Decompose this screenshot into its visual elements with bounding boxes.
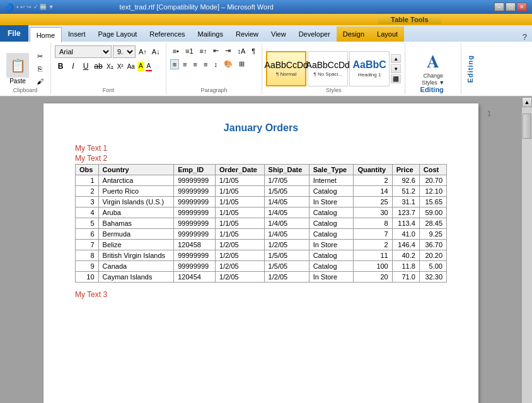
cut-button[interactable]: ✂ xyxy=(33,50,47,62)
justify-button[interactable]: ≡ xyxy=(201,59,210,69)
styles-scroll-up-button[interactable]: ▲ xyxy=(391,54,401,63)
clipboard-label: Clipboard xyxy=(0,87,50,93)
font-label: Font xyxy=(51,87,166,93)
table-cell-5-3: 1/1/05 xyxy=(216,229,265,240)
grow-font-button[interactable]: A↑ xyxy=(137,47,149,57)
tab-insert[interactable]: Insert xyxy=(62,26,92,42)
table-cell-4-4: 1/4/05 xyxy=(264,218,309,229)
tab-mailings[interactable]: Mailings xyxy=(192,26,229,42)
tab-home[interactable]: Home xyxy=(30,27,62,42)
clipboard-group-content: 📋 Paste ✂ ⎘ 🖌 xyxy=(3,44,48,93)
table-cell-8-6: 100 xyxy=(354,261,392,272)
para-row2: ≡ ≡ ≡ ≡ ↕ 🎨 ⊞ xyxy=(170,59,247,69)
borders-button[interactable]: ⊞ xyxy=(236,59,247,69)
copy-button[interactable]: ⎘ xyxy=(33,63,47,74)
sort-button[interactable]: ↕A xyxy=(234,46,248,56)
align-center-button[interactable]: ≡ xyxy=(180,59,189,69)
table-cell-4-5: Catalog xyxy=(309,218,354,229)
table-cell-7-8: 20.20 xyxy=(419,250,446,261)
vertical-scrollbar[interactable]: ▲ ▼ xyxy=(522,97,532,403)
styles-gallery: AaBbCcDd ¶ Normal AaBbCcDd ¶ No Spaci...… xyxy=(266,51,390,86)
styles-label: Styles xyxy=(262,87,405,93)
subscript-button[interactable]: X₂ xyxy=(105,62,115,71)
scroll-track[interactable] xyxy=(522,107,532,403)
col-country: Country xyxy=(98,165,174,175)
table-cell-3-1: Aruba xyxy=(98,207,174,218)
table-cell-0-0: 1 xyxy=(76,175,99,186)
tab-references[interactable]: References xyxy=(143,26,191,42)
table-cell-2-0: 3 xyxy=(76,197,99,207)
table-cell-7-3: 1/2/05 xyxy=(216,250,265,261)
table-cell-0-4: 1/7/05 xyxy=(264,175,309,186)
italic-button[interactable]: I xyxy=(67,61,79,72)
multilevel-button[interactable]: ≡↑ xyxy=(197,46,210,56)
table-cell-6-7: 146.4 xyxy=(392,240,419,250)
scroll-thumb[interactable] xyxy=(523,114,531,139)
paste-button[interactable]: 📋 Paste xyxy=(4,51,32,86)
table-row: 1Antarctica999999991/1/051/7/05Internet2… xyxy=(76,175,447,186)
align-left-button[interactable]: ≡ xyxy=(170,59,179,69)
title-bar-controls[interactable]: – □ ✕ xyxy=(494,3,527,11)
table-cell-5-2: 99999999 xyxy=(174,229,216,240)
table-cell-0-1: Antarctica xyxy=(98,175,174,186)
tab-review[interactable]: Review xyxy=(229,26,265,42)
tab-developer[interactable]: Developer xyxy=(292,26,337,42)
font-color-button[interactable]: A xyxy=(146,62,153,71)
styles-more-button[interactable]: ⬛ xyxy=(391,74,401,83)
tab-file[interactable]: File xyxy=(0,25,28,42)
scroll-up-button[interactable]: ▲ xyxy=(522,97,532,107)
line-spacing-button[interactable]: ↕ xyxy=(211,59,220,69)
font-size-select[interactable]: 9.5 xyxy=(113,45,136,58)
table-cell-2-5: In Store xyxy=(309,197,354,207)
numbering-button[interactable]: ≡1 xyxy=(183,46,196,56)
table-cell-6-4: 1/2/05 xyxy=(264,240,309,250)
tab-design[interactable]: Design xyxy=(337,26,371,42)
font-name-select[interactable]: Arial xyxy=(55,45,112,58)
table-row: 6Bermuda999999991/1/051/4/05Catalog741.0… xyxy=(76,229,447,240)
table-cell-1-7: 51.2 xyxy=(392,186,419,197)
table-row: 7Belize1204581/2/051/2/05In Store2146.43… xyxy=(76,240,447,250)
table-cell-0-7: 92.6 xyxy=(392,175,419,186)
tab-view[interactable]: View xyxy=(265,26,292,42)
format-painter-button[interactable]: 🖌 xyxy=(33,76,47,87)
shading-button[interactable]: 🎨 xyxy=(221,59,235,69)
table-cell-4-6: 8 xyxy=(354,218,392,229)
col-obs: Obs xyxy=(76,165,99,175)
underline-button[interactable]: U xyxy=(80,61,91,72)
table-cell-5-6: 7 xyxy=(354,229,392,240)
style-normal[interactable]: AaBbCcDd ¶ Normal xyxy=(266,51,306,86)
minimize-button[interactable]: – xyxy=(494,3,504,11)
change-styles-label: ChangeStyles ▼ xyxy=(422,73,444,86)
table-row: 5Bahamas999999991/1/051/4/05Catalog8113.… xyxy=(76,218,447,229)
style-no-spacing[interactable]: AaBbCcDd ¶ No Spaci... xyxy=(308,51,348,86)
doc-container: 1 January Orders My Text 1 My Text 2 Obs… xyxy=(0,97,532,403)
show-formatting-button[interactable]: ¶ xyxy=(249,46,258,56)
increase-indent-button[interactable]: ⇥ xyxy=(223,45,233,56)
tab-page-layout[interactable]: Page Layout xyxy=(92,26,144,42)
align-right-button[interactable]: ≡ xyxy=(191,59,200,69)
clear-format-button[interactable]: Aa xyxy=(126,62,136,71)
table-cell-7-6: 11 xyxy=(354,250,392,261)
help-button[interactable]: ? xyxy=(518,32,532,42)
ribbon-group-font: Arial 9.5 A↑ A↓ B I U ab X₂ X² Aa A A Fo… xyxy=(51,43,166,95)
paste-label: Paste xyxy=(9,78,26,85)
styles-scroll-down-button[interactable]: ▼ xyxy=(391,64,401,73)
editing-label: Editing xyxy=(405,86,458,93)
strikethrough-button[interactable]: ab xyxy=(93,61,104,72)
highlight-button[interactable]: A xyxy=(137,62,144,71)
close-button[interactable]: ✕ xyxy=(517,3,527,11)
superscript-button[interactable]: X² xyxy=(116,62,125,71)
change-styles-button[interactable]: 𝐀 ChangeStyles ▼ xyxy=(419,49,447,89)
doc-area[interactable]: 1 January Orders My Text 1 My Text 2 Obs… xyxy=(0,97,522,403)
word-icon: 🔵 xyxy=(5,3,14,11)
table-tools-bar: Table Tools xyxy=(0,14,532,25)
bullets-button[interactable]: ≡• xyxy=(170,46,182,56)
style-heading1[interactable]: AaBbC Heading 1 xyxy=(349,51,390,86)
shrink-font-button[interactable]: A↓ xyxy=(150,47,162,57)
tab-layout[interactable]: Layout xyxy=(371,26,404,42)
table-cell-6-0: 7 xyxy=(76,240,99,250)
table-cell-6-8: 36.70 xyxy=(419,240,446,250)
maximize-button[interactable]: □ xyxy=(506,3,516,11)
bold-button[interactable]: B xyxy=(55,61,66,72)
decrease-indent-button[interactable]: ⇤ xyxy=(211,45,221,56)
